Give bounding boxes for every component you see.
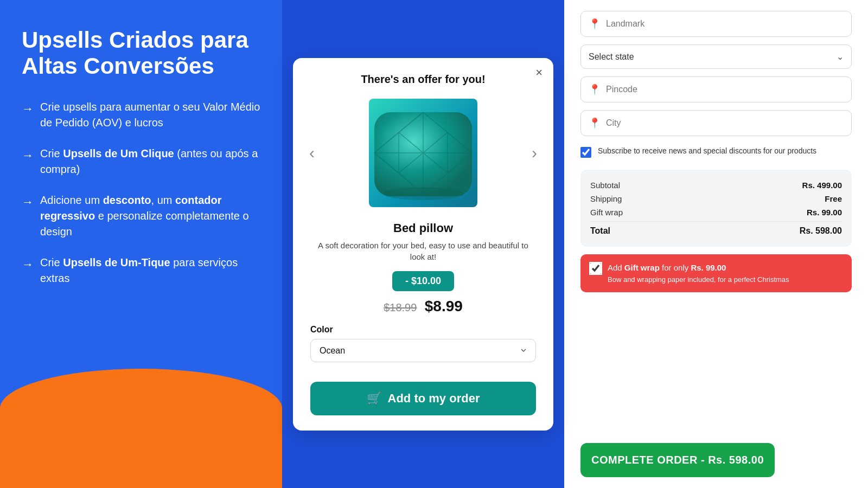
- svg-point-19: [382, 187, 464, 200]
- state-select-wrapper[interactable]: Select state ⌄: [580, 44, 852, 69]
- list-item: → Crie upsells para aumentar o seu Valor…: [22, 99, 260, 131]
- modal-title: There's an offer for you!: [310, 73, 536, 86]
- next-button[interactable]: ›: [527, 139, 541, 166]
- close-button[interactable]: ×: [535, 67, 542, 79]
- left-panel: Upsells Criados para Altas Conversões → …: [0, 0, 282, 488]
- prev-button[interactable]: ‹: [305, 139, 319, 166]
- arrow-icon: →: [22, 147, 34, 164]
- pincode-field[interactable]: 📍: [580, 76, 852, 102]
- location-icon: 📍: [589, 18, 601, 30]
- arrow-icon: →: [22, 194, 34, 211]
- gift-wrap-checkbox[interactable]: [590, 263, 601, 274]
- subtotal-row: Subtotal Rs. 499.00: [590, 178, 842, 192]
- right-panel: 📍 Select state ⌄ 📍 📍 Subscribe to receiv…: [564, 0, 868, 488]
- middle-panel: × There's an offer for you! ‹: [282, 0, 564, 488]
- total-row: Total Rs. 598.00: [590, 221, 842, 238]
- product-name: Bed pillow: [310, 221, 536, 235]
- subtotal-value: Rs. 499.00: [802, 181, 842, 190]
- original-price: $18.99: [384, 301, 417, 313]
- upsell-modal: × There's an offer for you! ‹: [293, 58, 553, 431]
- color-label: Color: [310, 325, 536, 335]
- city-field[interactable]: 📍: [580, 110, 852, 136]
- list-item: → Adicione um desconto, um contador regr…: [22, 192, 260, 240]
- pillow-illustration: [369, 99, 477, 207]
- total-label: Total: [590, 226, 610, 236]
- landmark-input[interactable]: [606, 19, 844, 29]
- arrow-icon: →: [22, 256, 34, 273]
- state-select[interactable]: Select state: [589, 52, 837, 61]
- total-value: Rs. 598.00: [800, 226, 842, 236]
- arrow-icon: →: [22, 100, 34, 118]
- add-to-order-button[interactable]: 🛒 Add to my order: [310, 382, 536, 415]
- list-item: → Crie Upsells de Um-Tique para serviços…: [22, 255, 260, 286]
- landmark-field[interactable]: 📍: [580, 11, 852, 37]
- list-item: → Crie Upsells de Um Clique (antes ou ap…: [22, 146, 260, 177]
- gift-wrap-banner: Add Gift wrap for only Rs. 99.00 Bow and…: [580, 254, 852, 292]
- gift-wrap-text: Add Gift wrap for only Rs. 99.00 Bow and…: [608, 262, 789, 285]
- subscribe-row: Subscribe to receive news and special di…: [580, 144, 852, 160]
- discount-badge: - $10.00: [392, 271, 454, 291]
- subtotal-label: Subtotal: [590, 181, 620, 190]
- shipping-label: Shipping: [590, 194, 622, 203]
- chevron-down-icon: ⌄: [837, 52, 844, 62]
- product-description: A soft decoration for your bed, easy to …: [310, 240, 536, 262]
- giftwrap-row: Gift wrap Rs. 99.00: [590, 206, 842, 219]
- form-area: 📍 Select state ⌄ 📍 📍 Subscribe to receiv…: [564, 0, 868, 435]
- left-title: Upsells Criados para Altas Conversões: [22, 27, 260, 80]
- product-image-wrap: ‹: [310, 93, 536, 213]
- city-input[interactable]: [606, 118, 844, 128]
- order-summary: Subtotal Rs. 499.00 Shipping Free Gift w…: [580, 170, 852, 247]
- location-icon: 📍: [589, 117, 601, 129]
- product-image: [369, 99, 477, 207]
- add-to-order-label: Add to my order: [388, 391, 480, 406]
- color-select[interactable]: Ocean Ivory Blush Charcoal: [310, 339, 536, 362]
- price-row: $18.99 $8.99: [310, 298, 536, 315]
- new-price: $8.99: [425, 298, 463, 314]
- subscribe-text: Subscribe to receive news and special di…: [598, 146, 816, 157]
- shipping-value: Free: [825, 194, 842, 203]
- subscribe-checkbox[interactable]: [580, 147, 591, 158]
- giftwrap-value: Rs. 99.00: [807, 208, 842, 217]
- pincode-input[interactable]: [606, 85, 844, 94]
- cart-icon: 🛒: [367, 391, 381, 406]
- location-icon: 📍: [589, 84, 601, 95]
- right-bottom: COMPLETE ORDER - Rs. 598.00: [564, 435, 868, 488]
- complete-order-button[interactable]: COMPLETE ORDER - Rs. 598.00: [580, 443, 775, 477]
- shipping-row: Shipping Free: [590, 192, 842, 206]
- left-items: → Crie upsells para aumentar o seu Valor…: [22, 99, 260, 286]
- giftwrap-label: Gift wrap: [590, 208, 623, 217]
